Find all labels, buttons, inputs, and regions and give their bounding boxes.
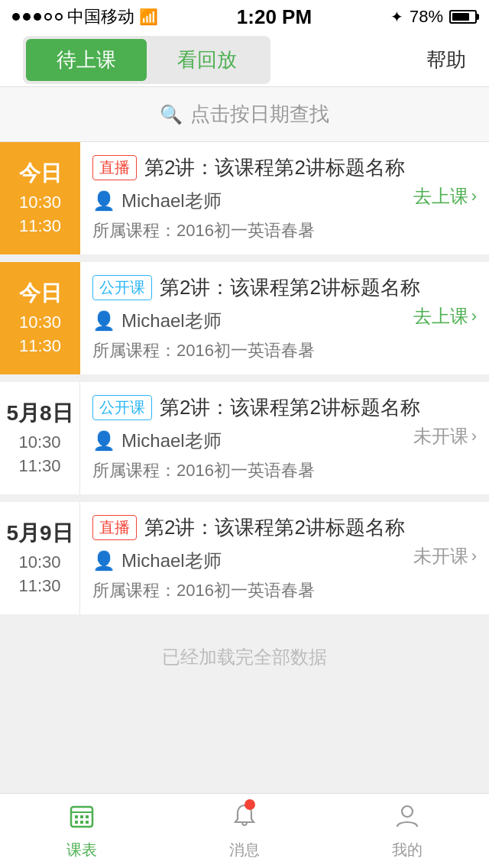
time-start-2: 10:30 (19, 311, 61, 335)
course-title-2: 第2讲：该课程第2讲标题名称 (160, 274, 420, 301)
help-button[interactable]: 帮助 (426, 47, 466, 73)
time-range-3: 10:30 11:30 (18, 431, 60, 478)
person-icon-4: 👤 (92, 550, 115, 572)
course-item-2: 今日 10:30 11:30 公开课 第2讲：该课程第2讲标题名称 👤 Mich… (0, 262, 489, 374)
tab-profile[interactable]: 我的 (392, 802, 423, 860)
tab-schedule[interactable]: 课表 (66, 802, 97, 860)
go-label-1: 去上课 (413, 183, 468, 208)
date-label-2: 今日 (19, 279, 62, 308)
status-bar: 中国移动 📶 1:20 PM ✦ 78% (0, 0, 489, 34)
course-tag-3: 公开课 (92, 395, 152, 420)
course-content-2: 公开课 第2讲：该课程第2讲标题名称 👤 Michael老师 所属课程：2016… (80, 262, 489, 374)
person-icon-1: 👤 (92, 190, 115, 212)
course-tag-4: 直播 (92, 515, 137, 540)
course-title-row-2: 公开课 第2讲：该课程第2讲标题名称 (92, 274, 477, 301)
not-started-label-4: 未开课 (413, 543, 468, 568)
svg-rect-2 (75, 815, 78, 818)
course-title-row-4: 直播 第2讲：该课程第2讲标题名称 (92, 514, 477, 541)
time-end-3: 11:30 (18, 455, 60, 478)
bluetooth-icon: ✦ (390, 8, 403, 26)
message-badge (244, 799, 255, 810)
schedule-icon (68, 802, 96, 837)
course-title-3: 第2讲：该课程第2讲标题名称 (160, 394, 420, 421)
svg-rect-7 (86, 821, 89, 824)
svg-rect-5 (75, 821, 78, 824)
course-item-3: 5月8日 10:30 11:30 公开课 第2讲：该课程第2讲标题名称 👤 Mi… (0, 382, 489, 494)
tab-upcoming[interactable]: 待上课 (26, 39, 147, 81)
tab-messages[interactable]: 消息 (229, 802, 260, 860)
top-nav: 待上课 看回放 帮助 (0, 34, 489, 87)
search-icon: 🔍 (160, 104, 183, 125)
chevron-icon-2: › (471, 306, 477, 326)
time-start-1: 10:30 (19, 191, 61, 215)
not-started-4: 未开课 › (413, 543, 477, 568)
go-label-2: 去上课 (413, 303, 468, 328)
course-list: 今日 10:30 11:30 直播 第2讲：该课程第2讲标题名称 👤 Micha… (0, 142, 489, 692)
svg-rect-3 (80, 815, 83, 818)
svg-point-8 (402, 806, 413, 817)
course-content-4: 直播 第2讲：该课程第2讲标题名称 👤 Michael老师 所属课程：2016初… (80, 502, 489, 614)
chevron-icon-4: › (471, 546, 477, 565)
belong-row-3: 所属课程：2016初一英语春暑 (92, 459, 477, 482)
course-item-4: 5月9日 10:30 11:30 直播 第2讲：该课程第2讲标题名称 👤 Mic… (0, 502, 489, 614)
time-end-1: 11:30 (19, 215, 61, 238)
svg-rect-4 (86, 815, 89, 818)
status-right: ✦ 78% (390, 7, 477, 27)
teacher-name-2: Michael老师 (121, 309, 222, 333)
date-block-3: 5月8日 10:30 11:30 (0, 382, 80, 494)
time-start-3: 10:30 (18, 431, 60, 455)
date-label-3: 5月8日 (6, 399, 73, 428)
tab-messages-label: 消息 (229, 840, 260, 860)
wifi-icon: 📶 (139, 8, 158, 26)
battery-percent: 78% (410, 7, 443, 27)
course-content-1: 直播 第2讲：该课程第2讲标题名称 👤 Michael老师 所属课程：2016初… (80, 142, 489, 254)
person-tab-icon (393, 802, 421, 837)
signal-dots (12, 13, 63, 21)
tab-schedule-label: 课表 (66, 840, 97, 860)
course-content-3: 公开课 第2讲：该课程第2讲标题名称 👤 Michael老师 所属课程：2016… (80, 382, 489, 494)
teacher-name-4: Michael老师 (121, 549, 222, 573)
course-title-row-1: 直播 第2讲：该课程第2讲标题名称 (92, 154, 477, 181)
course-title-row-3: 公开课 第2讲：该课程第2讲标题名称 (92, 394, 477, 421)
svg-rect-6 (80, 821, 83, 824)
search-hint: 点击按日期查找 (190, 101, 329, 128)
go-to-class-btn-1[interactable]: 去上课 › (413, 183, 477, 208)
time-end-4: 11:30 (18, 575, 60, 598)
time-range-2: 10:30 11:30 (19, 311, 61, 358)
battery-icon (449, 10, 477, 24)
tab-profile-label: 我的 (392, 840, 423, 860)
course-title-1: 第2讲：该课程第2讲标题名称 (144, 154, 405, 181)
teacher-name-1: Michael老师 (121, 189, 222, 213)
date-label-4: 5月9日 (6, 519, 73, 548)
person-icon-3: 👤 (92, 430, 115, 452)
not-started-label-3: 未开课 (413, 423, 468, 448)
nav-tabs: 待上课 看回放 (23, 36, 270, 84)
clock: 1:20 PM (237, 5, 312, 29)
course-tag-2: 公开课 (92, 275, 152, 300)
tab-replay[interactable]: 看回放 (147, 39, 267, 81)
time-range-1: 10:30 11:30 (19, 191, 61, 238)
date-label-1: 今日 (19, 159, 62, 188)
loaded-indicator: 已经加载完全部数据 (0, 622, 489, 692)
date-block-2: 今日 10:30 11:30 (0, 262, 80, 374)
chevron-icon-1: › (471, 186, 477, 206)
date-block-1: 今日 10:30 11:30 (0, 142, 80, 254)
belong-row-4: 所属课程：2016初一英语春暑 (92, 579, 477, 602)
loaded-text: 已经加载完全部数据 (162, 646, 327, 667)
course-title-4: 第2讲：该课程第2讲标题名称 (144, 514, 405, 541)
date-block-4: 5月9日 10:30 11:30 (0, 502, 80, 614)
chevron-icon-3: › (471, 426, 477, 445)
time-end-2: 11:30 (19, 335, 61, 358)
time-range-4: 10:30 11:30 (18, 551, 60, 598)
time-start-4: 10:30 (18, 551, 60, 575)
course-tag-1: 直播 (92, 155, 137, 180)
tab-bar: 课表 消息 我的 (0, 793, 489, 868)
carrier-text: 中国移动 (67, 5, 134, 28)
course-item-1: 今日 10:30 11:30 直播 第2讲：该课程第2讲标题名称 👤 Micha… (0, 142, 489, 254)
go-to-class-btn-2[interactable]: 去上课 › (413, 303, 477, 328)
belong-row-2: 所属课程：2016初一英语春暑 (92, 339, 477, 362)
belong-row-1: 所属课程：2016初一英语春暑 (92, 219, 477, 242)
search-bar[interactable]: 🔍 点击按日期查找 (0, 87, 489, 142)
person-icon-2: 👤 (92, 310, 115, 332)
status-left: 中国移动 📶 (12, 5, 158, 28)
